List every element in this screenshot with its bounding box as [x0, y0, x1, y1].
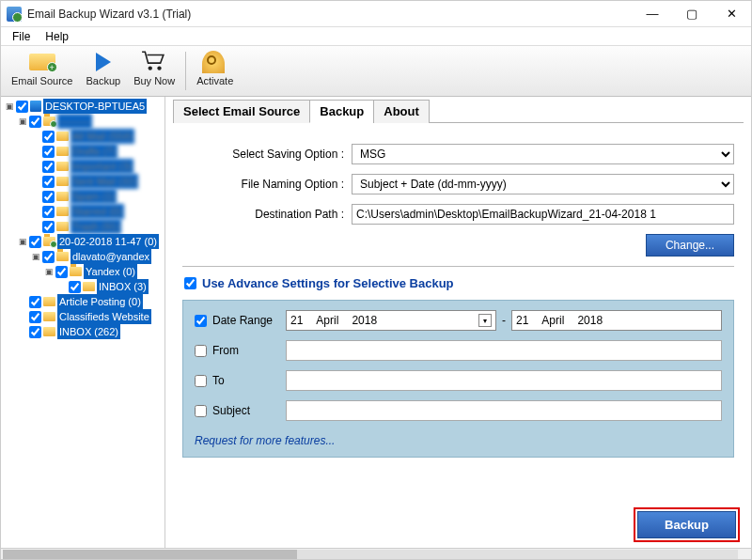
tree-inbox-big[interactable]: INBOX (262) — [18, 324, 163, 339]
tree-account[interactable]: ▣——— All Mail (558) Drafts (7) Important… — [18, 114, 163, 234]
tree-checkbox[interactable] — [42, 191, 55, 203]
window-controls: — ▢ ✕ — [633, 1, 751, 27]
backup-button[interactable]: Backup — [637, 511, 736, 538]
buy-now-button[interactable]: Buy Now — [127, 48, 181, 89]
tree-checkbox[interactable] — [16, 101, 28, 113]
folder-icon — [56, 252, 69, 261]
close-button[interactable]: ✕ — [712, 1, 751, 27]
folder-icon — [43, 312, 55, 321]
tree-checkbox[interactable] — [29, 326, 41, 338]
backup-form: Select Saving Option : MSG File Naming O… — [173, 123, 744, 465]
tab-backup[interactable]: Backup — [309, 100, 374, 123]
tree-starred[interactable]: Starred (0) — [31, 204, 163, 219]
key-icon — [202, 51, 228, 73]
maximize-button[interactable]: ▢ — [672, 1, 712, 27]
tree-classifieds[interactable]: Classifieds Website — [18, 309, 163, 324]
backup-button-toolbar[interactable]: Backup — [79, 48, 127, 89]
folder-icon — [43, 297, 55, 306]
tree-inbox-small[interactable]: INBOX (3) — [57, 279, 163, 294]
horizontal-scrollbar[interactable] — [3, 550, 738, 560]
folder-tree[interactable]: ▣DESKTOP-BPTUEA5 ▣——— All Mail (558) Dra… — [1, 97, 165, 548]
menu-file[interactable]: File — [5, 28, 38, 45]
scrollbar-thumb[interactable] — [3, 550, 297, 560]
change-button[interactable]: Change... — [646, 234, 734, 257]
date-range-checkbox[interactable] — [195, 315, 207, 327]
tree-spam[interactable]: Spam (1) — [31, 189, 163, 204]
activate-button[interactable]: Activate — [190, 48, 240, 89]
from-checkbox[interactable] — [195, 345, 207, 357]
tree-important[interactable]: Important (3) — [31, 159, 163, 174]
advance-settings-panel: Date Range 21 April 2018 ▾ - 21 April 20… — [182, 300, 734, 458]
main-panel: Select Email Source Backup About Select … — [165, 97, 751, 548]
folder-icon — [56, 192, 69, 201]
advance-settings-toggle[interactable]: Use Advance Settings for Selective Backu… — [184, 276, 732, 290]
tree-checkbox[interactable] — [69, 281, 81, 293]
chevron-down-icon[interactable]: ▾ — [478, 314, 492, 327]
collapse-icon[interactable]: ▣ — [18, 234, 27, 249]
subject-checkbox[interactable] — [195, 405, 207, 417]
folder-plus-icon: + — [29, 51, 55, 73]
tab-strip: Select Email Source Backup About — [173, 99, 744, 123]
email-source-button[interactable]: + Email Source — [5, 48, 79, 89]
cart-icon — [141, 51, 167, 73]
tree-yandex[interactable]: ▣Yandex (0) INBOX (3) — [44, 264, 163, 294]
menu-bar: File Help — [1, 27, 751, 46]
tree-checkbox[interactable] — [42, 251, 55, 263]
folder-icon — [43, 237, 55, 246]
to-checkbox[interactable] — [195, 375, 207, 387]
tree-checkbox[interactable] — [42, 131, 55, 143]
backup-highlight: Backup — [634, 507, 740, 542]
tab-select-email-source[interactable]: Select Email Source — [173, 100, 310, 123]
play-icon — [90, 51, 117, 73]
tree-checkbox[interactable] — [29, 296, 41, 308]
tree-sent-mail[interactable]: Sent Mail (32) — [31, 174, 163, 189]
tree-checkbox[interactable] — [42, 146, 55, 158]
tree-trash[interactable]: Trash (91) — [31, 219, 163, 234]
tree-checkbox[interactable] — [29, 236, 41, 248]
tree-checkbox[interactable] — [42, 206, 55, 218]
date-to-picker[interactable]: 21 April 2018 — [511, 310, 722, 331]
date-from-picker[interactable]: 21 April 2018 ▾ — [286, 310, 496, 331]
menu-help[interactable]: Help — [38, 28, 76, 45]
tree-article-posting[interactable]: Article Posting (0) — [18, 294, 163, 309]
folder-icon — [83, 282, 95, 291]
destination-path-input[interactable] — [352, 204, 734, 225]
tree-checkbox[interactable] — [42, 176, 55, 188]
saving-option-select[interactable]: MSG — [352, 144, 734, 164]
tree-dated-folder[interactable]: ▣20-02-2018 11-47 (0) ▣dlavato@yandex ▣Y… — [18, 234, 163, 294]
folder-icon — [70, 267, 82, 276]
request-features-link[interactable]: Request for more features... — [195, 434, 335, 447]
collapse-icon[interactable]: ▣ — [5, 99, 14, 114]
tree-checkbox[interactable] — [29, 311, 41, 323]
folder-icon — [43, 327, 55, 336]
advance-settings-checkbox[interactable] — [184, 277, 196, 289]
tree-all-mail[interactable]: All Mail (558) — [31, 129, 163, 144]
to-input[interactable] — [286, 370, 722, 391]
tree-checkbox[interactable] — [55, 266, 68, 278]
minimize-button[interactable]: — — [633, 1, 672, 27]
tab-about[interactable]: About — [373, 100, 430, 123]
tree-checkbox[interactable] — [42, 161, 55, 173]
from-label: From — [212, 344, 286, 357]
tree-dlavato[interactable]: ▣dlavato@yandex ▣Yandex (0) INBOX (3) — [31, 249, 163, 294]
svg-point-1 — [157, 66, 161, 70]
tree-drafts[interactable]: Drafts (7) — [31, 144, 163, 159]
collapse-icon[interactable]: ▣ — [18, 114, 27, 129]
toolbar-separator — [185, 52, 186, 90]
collapse-icon[interactable]: ▣ — [44, 264, 54, 279]
title-bar: Email Backup Wizard v3.1 (Trial) — ▢ ✕ — [1, 1, 751, 27]
tree-checkbox[interactable] — [29, 116, 41, 128]
from-input[interactable] — [286, 340, 722, 361]
subject-input[interactable] — [286, 400, 722, 421]
file-naming-select[interactable]: Subject + Date (dd-mm-yyyy) — [352, 174, 734, 194]
folder-icon — [56, 162, 69, 171]
tree-checkbox[interactable] — [42, 221, 55, 233]
separator — [182, 266, 734, 267]
computer-icon — [30, 101, 41, 112]
folder-icon — [56, 132, 69, 141]
collapse-icon[interactable]: ▣ — [31, 249, 40, 264]
window-title: Email Backup Wizard v3.1 (Trial) — [27, 8, 633, 21]
tree-root[interactable]: ▣DESKTOP-BPTUEA5 ▣——— All Mail (558) Dra… — [5, 99, 163, 339]
toolbar: + Email Source Backup Buy Now Activate — [1, 46, 751, 97]
app-icon — [7, 7, 22, 22]
